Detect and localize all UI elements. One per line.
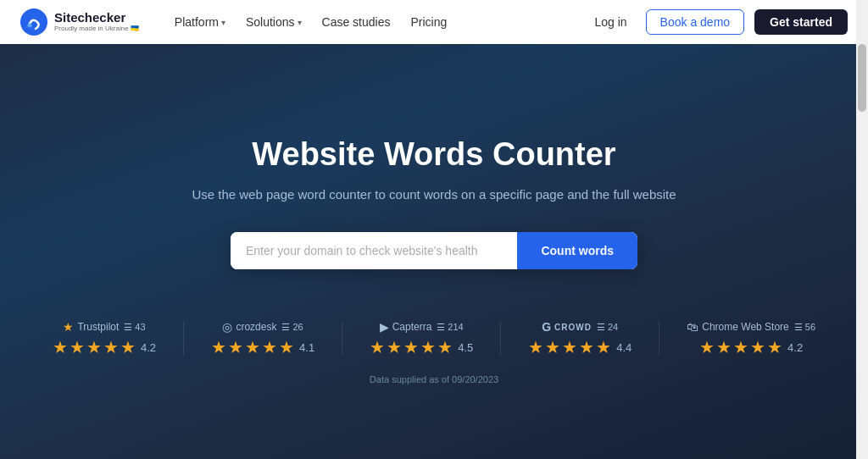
nav-solutions[interactable]: Solutions ▾ xyxy=(237,10,310,34)
chevron-down-icon: ▾ xyxy=(221,18,225,27)
svg-point-1 xyxy=(28,24,32,28)
trustpilot-logo: ★ Trustpilot xyxy=(63,320,119,334)
rating-chrome: 🛍 Chrome Web Store ☰ 56 ★ ★ ★ ★ ★ 4.2 xyxy=(687,320,815,357)
logo-icon xyxy=(20,8,47,36)
navbar: Sitechecker Proudly made in Ukraine 🇺🇦 P… xyxy=(0,0,868,44)
chevron-down-icon: ▾ xyxy=(298,18,302,27)
search-box: Count words xyxy=(231,232,637,269)
count-words-button[interactable]: Count words xyxy=(517,232,637,269)
capterra-stars: ★ ★ ★ ★ ★ 4.5 xyxy=(370,337,473,357)
divider-1 xyxy=(183,322,184,356)
divider-4 xyxy=(659,322,659,356)
logo-text: Sitechecker Proudly made in Ukraine 🇺🇦 xyxy=(54,11,139,32)
get-started-button[interactable]: Get started xyxy=(754,9,848,35)
chrome-stars: ★ ★ ★ ★ ★ 4.2 xyxy=(699,337,803,357)
nav-links: Platform ▾ Solutions ▾ Case studies Pric… xyxy=(166,10,587,34)
hero-subtitle: Use the web page word counter to count w… xyxy=(192,187,676,202)
ratings-row: ★ Trustpilot ☰ 43 ★ ★ ★ ★ ★ 4.2 xyxy=(53,320,815,357)
logo-name: Sitechecker xyxy=(54,11,139,25)
chrome-reviews: ☰ 56 xyxy=(794,322,815,333)
gcrowd-stars: ★ ★ ★ ★ ★ 4.4 xyxy=(528,337,632,357)
data-supplied-text: Data supplied as of 09/20/2023 xyxy=(370,374,498,384)
hero-section: Website Words Counter Use the web page w… xyxy=(0,44,868,459)
scrollbar[interactable] xyxy=(856,0,868,459)
rating-crozdesk: ◎ crozdesk ☰ 26 ★ ★ ★ ★ ★ 4.1 xyxy=(211,320,314,357)
gcrowd-logo: G CROWD xyxy=(542,320,592,334)
trustpilot-icon: ★ xyxy=(63,320,74,334)
capterra-logo: ▶ Capterra xyxy=(380,320,432,334)
svg-point-0 xyxy=(20,8,47,36)
nav-pricing[interactable]: Pricing xyxy=(402,10,455,34)
crozdesk-logo: ◎ crozdesk xyxy=(222,320,276,334)
crozdesk-stars: ★ ★ ★ ★ ★ 4.1 xyxy=(211,337,314,357)
nav-platform[interactable]: Platform ▾ xyxy=(166,10,234,34)
book-demo-button[interactable]: Book a demo xyxy=(646,9,745,35)
login-button[interactable]: Log in xyxy=(586,10,635,34)
rating-capterra: ▶ Capterra ☰ 214 ★ ★ ★ ★ ★ 4.5 xyxy=(370,320,473,357)
crozdesk-reviews: ☰ 26 xyxy=(281,322,303,333)
divider-3 xyxy=(500,322,501,356)
nav-case-studies[interactable]: Case studies xyxy=(314,10,399,34)
nav-actions: Log in Book a demo Get started xyxy=(586,9,848,35)
rating-gcrowd: G CROWD ☰ 24 ★ ★ ★ ★ ★ 4.4 xyxy=(528,320,632,357)
trustpilot-reviews: ☰ 43 xyxy=(124,322,145,333)
trustpilot-stars: ★ ★ ★ ★ ★ 4.2 xyxy=(53,337,156,357)
hero-title: Website Words Counter xyxy=(252,135,615,174)
chrome-logo: 🛍 Chrome Web Store xyxy=(687,320,789,334)
logo-tagline: Proudly made in Ukraine 🇺🇦 xyxy=(54,25,139,33)
capterra-reviews: ☰ 214 xyxy=(437,322,463,333)
rating-trustpilot: ★ Trustpilot ☰ 43 ★ ★ ★ ★ ★ 4.2 xyxy=(53,320,156,357)
gcrowd-reviews: ☰ 24 xyxy=(597,322,618,333)
divider-2 xyxy=(342,322,342,356)
domain-input[interactable] xyxy=(231,232,517,269)
scrollbar-thumb[interactable] xyxy=(858,44,866,112)
logo[interactable]: Sitechecker Proudly made in Ukraine 🇺🇦 xyxy=(20,8,139,36)
